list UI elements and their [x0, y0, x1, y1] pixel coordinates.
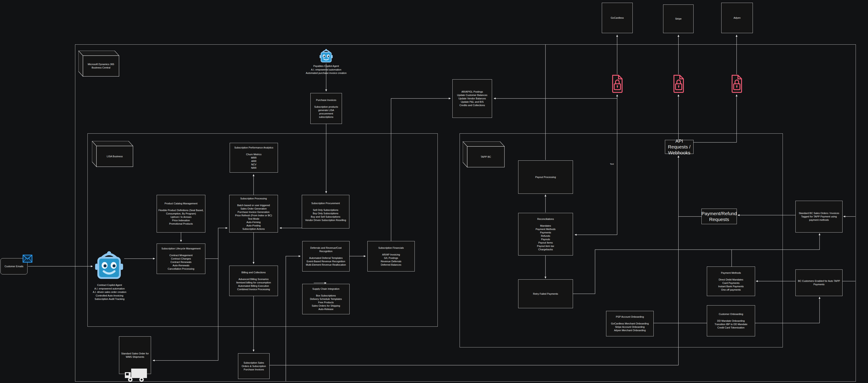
node-title: Payment Methods [721, 271, 741, 275]
node-title: PSP Account Onboarding [616, 315, 644, 319]
node-title: Customer Emails [4, 265, 24, 268]
node-supply-chain-integration: Supply Chain Integration Box Subscriptio… [302, 284, 349, 314]
node-psp-account-onboarding: PSP Account Onboarding GoCardless Mercha… [606, 311, 654, 337]
node-title: Product Catalog Management [164, 202, 197, 205]
node-title: Customer Onboarding [719, 313, 743, 316]
node-subscription-financials: Subscription Financials AR/AP Invoicing … [367, 241, 415, 272]
node-stripe: Stripe [663, 4, 693, 33]
node-subscription-lifecycle-management: Subscription Lifecycle Management Contra… [157, 244, 205, 274]
node-title: Subscription Procurement [311, 202, 340, 205]
node-adyen: Adyen [721, 3, 753, 33]
node-title: Standard BC Sales Orders / Invoices Tagg… [797, 212, 841, 222]
node-title: Supply Chain Integration [312, 287, 339, 291]
node-body: Automated Deferral Templates Event-Based… [306, 256, 346, 266]
connector-onboarding-to-bc-customers [755, 297, 819, 323]
connector-feed-to-deferrals [286, 256, 301, 381]
ms-dynamics-label: Microsoft Dynamics 365 Business Central [83, 56, 119, 76]
node-title: BC Customers Enabled for Auto TAPP Payme… [797, 279, 841, 286]
payables-robot-icon [319, 49, 333, 64]
contract-agent-caption: Contract Copilot Agent A.I. empowered au… [84, 283, 135, 301]
node-title: Adyen [734, 16, 740, 20]
node-title: Deferrals and Revenue/Cost Recognition [304, 246, 348, 253]
ms-dynamics-cube: Microsoft Dynamics 365 Business Central [79, 51, 120, 78]
node-body: Mandates Payment Methods Payments Refund… [535, 224, 556, 251]
delivery-truck-icon [124, 369, 148, 383]
node-payout-processing: Payout Processing [518, 160, 573, 194]
node-body: Batch based or user triggered Sales Orde… [235, 204, 272, 231]
node-subscription-sales-orders: Subscription Sales Orders & Subscription… [238, 353, 270, 379]
node-subscription-procurement: Subscription Procurement Sell Only Subsc… [302, 195, 349, 228]
node-product-catalog-management: Product Catalog Management Flexible Prod… [157, 195, 205, 232]
node-title: Reconciliations [537, 217, 554, 221]
node-retry-failed-payments: Retry Failed Payments [518, 279, 573, 308]
node-gocardless: GoCardless [602, 3, 633, 33]
lisa-business-label: LISA Business [96, 146, 133, 167]
node-billing-and-collections: Billing and Collections Advanced Billing… [229, 266, 278, 296]
node-title: Purchase Invoices [316, 98, 336, 102]
node-title: Subscription Financials [378, 246, 404, 250]
customer-emails-envelope-icon [23, 255, 32, 264]
node-subscription-performance-analytics: Subscription Performance Analytics Churn… [230, 143, 278, 172]
node-body: Box Subscriptions Delivery Schedule Temp… [310, 294, 342, 311]
payables-agent-caption: Payables Copilot Agent A.I. empowered au… [297, 64, 355, 75]
node-body: Sell Only Subscriptions Buy Only Subscri… [305, 209, 346, 222]
node-title: Subscription Lifecycle Management [161, 247, 200, 250]
node-deferrals-revenue-recognition: Deferrals and Revenue/Cost Recognition A… [302, 241, 349, 272]
node-title: Payout Processing [535, 175, 556, 179]
node-body: AR/AP Invoicing G/L Postings Revenue Def… [381, 253, 401, 266]
node-body: Direct Debit Mandates Card Payments Inst… [718, 278, 744, 291]
node-purchase-invoices: Purchase Invoices Subscription products … [310, 93, 342, 124]
node-title: Payment/Refund Requests [702, 211, 737, 222]
node-body: DD Mandate Onboarding Transition IBP to … [714, 319, 747, 329]
node-title: GoCardless [611, 16, 624, 20]
node-title: Subscription Sales Orders & Subscription… [240, 361, 268, 371]
node-title: API Requests / Webhooks [666, 138, 692, 156]
lisa-business-cube: LISA Business [92, 141, 133, 168]
node-title: Billing and Collections [241, 271, 266, 274]
connector-retry-to-standard-bc [573, 233, 819, 294]
node-body: Subscription products generate LISA proc… [312, 105, 340, 119]
node-title: Standard Sales Order for WMS Shipments [121, 352, 149, 359]
node-api-requests-webhooks: API Requests / Webhooks [665, 140, 693, 154]
node-standard-bc-sales-orders: Standard BC Sales Orders / Invoices Tagg… [796, 201, 842, 232]
connector-financials-to-arapgl [391, 98, 451, 241]
adyen-secure-document-lock-icon [730, 74, 743, 94]
node-body: Flexible Product Definitions (Seat Based… [158, 209, 204, 225]
contract-robot-icon [94, 251, 124, 281]
connector-text-label: Text [610, 163, 614, 165]
node-body: Churn Metrics MRR ARR NCV NRR [246, 153, 261, 170]
node-body: GoCardless Merchant Onboarding Stripe Ac… [611, 322, 649, 332]
tapp-bc-label: TAPP BC [467, 147, 504, 167]
node-reconciliations: Reconciliations Mandates Payment Methods… [518, 213, 573, 255]
node-bc-customers-auto-tapp: BC Customers Enabled for Auto TAPP Payme… [796, 269, 842, 296]
node-title: Subscription Processing [240, 197, 267, 200]
node-title: Subscription Performance Analytics [234, 146, 273, 149]
node-title: Retry Failed Payments [533, 292, 558, 295]
node-customer-onboarding: Customer Onboarding DD Mandate Onboardin… [707, 305, 755, 337]
node-body: Update Customer Balances Update Vendor B… [457, 94, 488, 107]
node-arapgl-postings: AR/AP/GL Postings Update Customer Balanc… [453, 79, 492, 118]
node-body: Advanced Billing Scenarios Itemised bill… [236, 278, 271, 291]
node-subscription-processing: Subscription Processing Batch based or u… [229, 195, 278, 232]
node-body: Contract Mnagement Contract Changes Cont… [168, 254, 194, 270]
node-payment-refund-requests: Payment/Refund Requests [702, 209, 737, 224]
tapp-bc-cube: TAPP BC [463, 141, 505, 168]
gocardless-secure-document-lock-icon [610, 74, 624, 94]
node-payment-methods: Payment Methods Direct Debit Mandates Ca… [707, 266, 755, 296]
node-standard-sales-order-wms: Standard Sales Order for WMS Shipments [119, 337, 151, 374]
node-title: Stripe [675, 17, 682, 21]
connector-lifecycle-to-processing [205, 228, 227, 259]
diagram-canvas: Microsoft Dynamics 365 Business Central … [0, 0, 868, 383]
stripe-secure-document-lock-icon [672, 74, 685, 94]
node-title: AR/AP/GL Postings [461, 90, 483, 94]
